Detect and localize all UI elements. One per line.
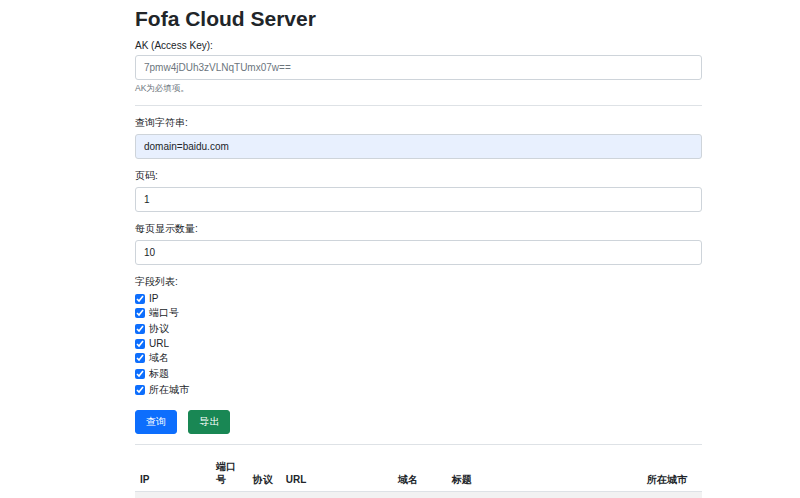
field-checkbox-label: 端口号 [149,306,179,320]
field-checkbox[interactable] [135,308,145,318]
field-checkbox[interactable] [135,324,145,334]
field-checkbox-label: 所在城市 [149,383,189,397]
column-header: URL [281,455,393,492]
field-checkbox-item[interactable]: 域名 [135,351,702,365]
size-group: 每页显示数量: [135,222,702,265]
field-checkbox-label: URL [149,338,169,349]
field-checkbox-item[interactable]: 所在城市 [135,383,702,397]
field-checkbox[interactable] [135,339,145,349]
size-label: 每页显示数量: [135,222,702,236]
column-header: 域名 [393,455,447,492]
field-checkbox-label: 域名 [149,351,169,365]
query-group: 查询字符串: [135,116,702,159]
fields-group: 字段列表: IP端口号协议URL域名标题所在城市 [135,275,702,397]
query-button[interactable]: 查询 [135,410,177,434]
table-cell: Hangzhou [642,492,702,498]
ak-input[interactable] [135,55,702,80]
page-title: Fofa Cloud Server [135,7,702,31]
column-header: 端口号 [211,455,248,492]
column-header: 标题 [447,455,642,492]
results-table: IP端口号协议URL域名标题所在城市 36.110.192.103443http… [135,455,702,498]
field-checkbox-label: 协议 [149,322,169,336]
ak-group: AK (Access Key): AK为必填项。 [135,40,702,95]
table-cell: baidu.com [393,492,447,498]
field-checkbox[interactable] [135,369,145,379]
field-checkbox[interactable] [135,353,145,363]
field-checkbox-item[interactable]: 标题 [135,367,702,381]
field-checkbox[interactable] [135,385,145,395]
ak-help-text: AK为必填项。 [135,83,702,95]
table-cell: 36.110.192.103 [135,492,211,498]
ak-label: AK (Access Key): [135,40,702,51]
field-checkbox-label: 标题 [149,367,169,381]
results-divider [135,444,702,445]
field-checkbox-list: IP端口号协议URL域名标题所在城市 [135,293,702,397]
table-cell: https [248,492,281,498]
field-checkbox-item[interactable]: URL [135,338,702,349]
field-checkbox-item[interactable]: 协议 [135,322,702,336]
table-cell: 百度网盘-免费云盘丨文件共享软件丨超大容量丨存储安全 [447,492,642,498]
query-label: 查询字符串: [135,116,702,130]
page-number-input[interactable] [135,187,702,212]
page-label: 页码: [135,169,702,183]
button-row: 查询 导出 [135,410,702,434]
table-cell: https://yun.baidu.com [281,492,393,498]
column-header: IP [135,455,211,492]
page-group: 页码: [135,169,702,212]
search-form: AK (Access Key): AK为必填项。 查询字符串: 页码: 每页显示… [135,40,702,434]
page-size-input[interactable] [135,240,702,265]
field-checkbox-item[interactable]: 端口号 [135,306,702,320]
fields-label: 字段列表: [135,275,702,289]
column-header: 协议 [248,455,281,492]
field-checkbox-label: IP [149,293,158,304]
field-checkbox[interactable] [135,294,145,304]
table-row: 36.110.192.103443httpshttps://yun.baidu.… [135,492,702,498]
main-container: Fofa Cloud Server AK (Access Key): AK为必填… [135,0,702,498]
table-cell: 443 [211,492,248,498]
export-button[interactable]: 导出 [188,410,230,434]
table-header-row: IP端口号协议URL域名标题所在城市 [135,455,702,492]
query-input[interactable] [135,134,702,159]
field-checkbox-item[interactable]: IP [135,293,702,304]
form-divider [135,105,702,106]
column-header: 所在城市 [642,455,702,492]
